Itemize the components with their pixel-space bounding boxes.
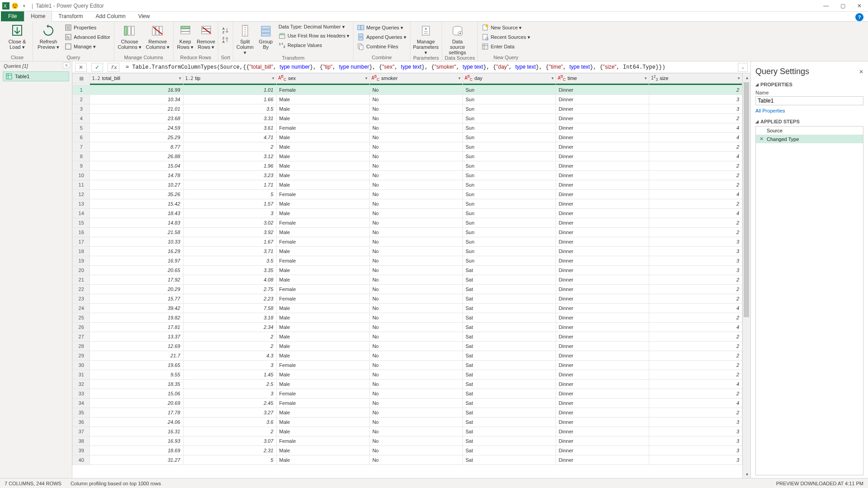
cell[interactable]: Sat [462,294,556,304]
filter-dropdown[interactable]: ▾ [645,76,647,80]
cell[interactable]: Dinner [556,418,649,427]
cell[interactable]: 2 [649,180,742,190]
cell[interactable]: 17.81 [90,323,183,332]
cell[interactable]: Sat [462,275,556,285]
cell[interactable]: 2 [649,361,742,370]
cell[interactable]: 19.65 [90,361,183,370]
vertical-scrollbar[interactable]: ▴ ▾ [742,73,750,478]
refresh-preview-button[interactable]: Refresh Preview ▾ [36,23,61,50]
table-row[interactable]: 1710.331.67FemaleNoSunDinner3 [73,237,742,247]
cell[interactable]: 25.29 [90,133,183,142]
cell[interactable]: Sun [462,199,556,209]
row-number[interactable]: 33 [73,389,90,399]
table-row[interactable]: 3517.783.27MaleNoSatDinner2 [73,408,742,418]
cell[interactable]: 5 [183,455,276,465]
cell[interactable]: Dinner [556,332,649,342]
cell[interactable]: Male [276,370,369,380]
cell[interactable]: 2 [649,171,742,180]
cell[interactable]: 8.77 [90,142,183,152]
manage-button[interactable]: Manage ▾ [64,42,111,51]
cell[interactable]: 2 [649,351,742,361]
row-number[interactable]: 30 [73,361,90,370]
table-row[interactable]: 1514.833.02FemaleNoSunDinner2 [73,218,742,228]
cell[interactable]: No [369,123,462,133]
cell[interactable]: 2 [183,142,276,152]
table-row[interactable]: 4031.275MaleNoSatDinner3 [73,455,742,465]
row-number[interactable]: 7 [73,142,90,152]
tab-file[interactable]: File [1,11,24,21]
cell[interactable]: Male [276,199,369,209]
cell[interactable]: 2 [649,294,742,304]
tab-transform[interactable]: Transform [52,11,89,21]
cell[interactable]: 21.01 [90,104,183,114]
row-number[interactable]: 18 [73,247,90,256]
row-number[interactable]: 39 [73,446,90,455]
cell[interactable]: No [369,361,462,370]
cell[interactable]: No [369,171,462,180]
table-row[interactable]: 1110.271.71MaleNoSunDinner2 [73,180,742,190]
cell[interactable]: Dinner [556,275,649,285]
cell[interactable]: Sat [462,408,556,418]
cell[interactable]: Dinner [556,266,649,275]
cell[interactable]: No [369,370,462,380]
cell[interactable]: Male [276,455,369,465]
advanced-editor-button[interactable]: fxAdvanced Editor [64,33,111,41]
table-row[interactable]: 1315.421.57MaleNoSunDinner2 [73,199,742,209]
cell[interactable]: 20.29 [90,285,183,294]
cell[interactable]: 2 [649,85,742,95]
row-number[interactable]: 25 [73,313,90,323]
cell[interactable]: No [369,304,462,313]
row-number[interactable]: 11 [73,180,90,190]
table-row[interactable]: 116.991.01FemaleNoSunDinner2 [73,85,742,95]
cell[interactable]: Sun [462,85,556,95]
cell[interactable]: 4 [649,133,742,142]
cell[interactable]: 14.78 [90,171,183,180]
table-row[interactable]: 3716.312MaleNoSatDinner3 [73,427,742,436]
cell[interactable]: No [369,266,462,275]
cell[interactable]: Sat [462,332,556,342]
cell[interactable]: Male [276,380,369,389]
all-properties-link[interactable]: All Properties [755,108,863,113]
cell[interactable]: Dinner [556,285,649,294]
delete-step-icon[interactable]: ✕ [760,136,764,142]
formula-cancel-button[interactable]: ✕ [75,63,87,72]
cell[interactable]: Dinner [556,171,649,180]
cell[interactable]: No [369,133,462,142]
cell[interactable]: 3 [649,95,742,104]
merge-queries-button[interactable]: Merge Queries ▾ [356,23,407,32]
cell[interactable]: 31.27 [90,455,183,465]
cell[interactable]: Sat [462,313,556,323]
cell[interactable]: 23.68 [90,114,183,123]
cell[interactable]: No [369,161,462,171]
row-number[interactable]: 36 [73,418,90,427]
table-row[interactable]: 3019.653FemaleNoSatDinner2 [73,361,742,370]
cell[interactable]: 35.26 [90,190,183,199]
cell[interactable]: Sat [462,351,556,361]
column-header-tip[interactable]: 1.2tip▾ [183,74,276,83]
cell[interactable]: No [369,351,462,361]
cell[interactable]: No [369,237,462,247]
cell[interactable]: No [369,427,462,436]
cell[interactable]: 21.7 [90,351,183,361]
cell[interactable]: Female [276,389,369,399]
cell[interactable]: No [369,275,462,285]
cell[interactable]: 3 [649,446,742,455]
cell[interactable]: 3 [649,455,742,465]
cell[interactable]: Female [276,294,369,304]
cell[interactable]: 2.45 [183,399,276,408]
cell[interactable]: 2 [649,275,742,285]
table-row[interactable]: 1418.433MaleNoSunDinner4 [73,209,742,218]
row-number[interactable]: 5 [73,123,90,133]
cell[interactable]: 2 [649,313,742,323]
cell[interactable]: 3.31 [183,114,276,123]
cell[interactable]: Female [276,190,369,199]
cell[interactable]: Dinner [556,190,649,199]
row-number[interactable]: 21 [73,275,90,285]
cell[interactable]: Male [276,418,369,427]
cell[interactable]: No [369,418,462,427]
row-number[interactable]: 32 [73,380,90,389]
cell[interactable]: 3.6 [183,418,276,427]
cell[interactable]: 16.29 [90,247,183,256]
cell[interactable]: 4 [649,399,742,408]
cell[interactable]: 5 [183,190,276,199]
